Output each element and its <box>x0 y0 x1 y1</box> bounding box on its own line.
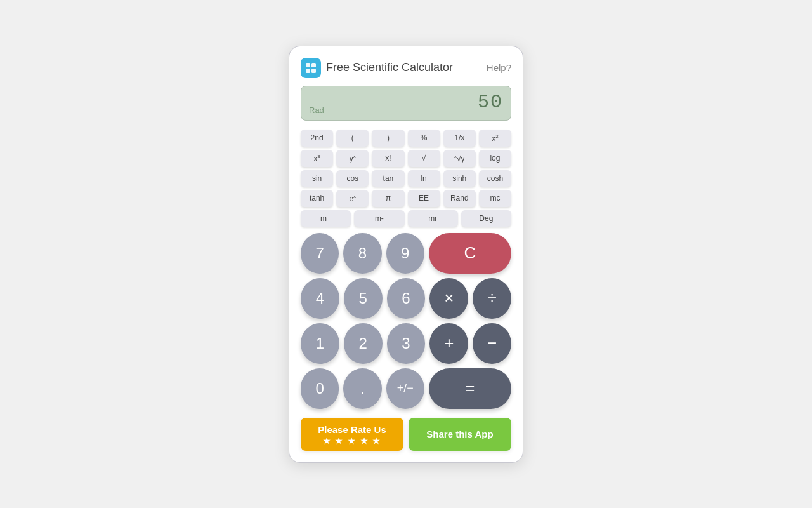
btn-9[interactable]: 9 <box>386 233 424 274</box>
btn-6[interactable]: 6 <box>387 278 426 319</box>
btn-m-minus[interactable]: m- <box>354 210 404 227</box>
btn-ee[interactable]: EE <box>408 190 440 207</box>
help-link[interactable]: Help? <box>487 62 511 73</box>
sci-row-1: 2nd ( ) % 1/x x2 <box>301 130 511 147</box>
btn-y-power-x[interactable]: yx <box>336 150 369 167</box>
btn-sinh[interactable]: sinh <box>443 170 476 187</box>
btn-log[interactable]: log <box>479 150 511 167</box>
display-mode: Rad <box>309 105 324 115</box>
num-row-bottom: 0 . +/− = <box>301 368 511 409</box>
svg-rect-3 <box>311 69 316 73</box>
display: 50 Rad <box>301 86 511 121</box>
sci-row-2: x3 yx x! √ x√y log <box>301 150 511 167</box>
btn-4[interactable]: 4 <box>301 278 339 319</box>
btn-subtract[interactable]: − <box>473 323 511 364</box>
footer: Please Rate Us ★ ★ ★ ★ ★ Share this App <box>301 418 511 451</box>
btn-x-cubed[interactable]: x3 <box>301 150 333 167</box>
sci-row-5: m+ m- mr Deg <box>301 210 511 227</box>
num-row-789: 7 8 9 C <box>301 233 511 274</box>
calculator: Free Scientific Calculator Help? 50 Rad … <box>289 46 523 463</box>
btn-mc[interactable]: mc <box>479 190 511 207</box>
btn-close-paren[interactable]: ) <box>372 130 404 147</box>
header: Free Scientific Calculator Help? <box>301 58 511 78</box>
btn-e-power-x[interactable]: ex <box>336 190 369 207</box>
app-title: Free Scientific Calculator <box>326 61 453 74</box>
btn-2nd[interactable]: 2nd <box>301 130 333 147</box>
btn-cos[interactable]: cos <box>336 170 369 187</box>
btn-sin[interactable]: sin <box>301 170 333 187</box>
display-value: 50 <box>309 91 503 113</box>
btn-percent[interactable]: % <box>408 130 440 147</box>
rate-stars: ★ ★ ★ ★ ★ <box>323 436 381 446</box>
svg-rect-2 <box>306 69 310 73</box>
btn-5[interactable]: 5 <box>344 278 383 319</box>
btn-multiply[interactable]: × <box>429 278 468 319</box>
btn-2[interactable]: 2 <box>344 323 383 364</box>
btn-1[interactable]: 1 <box>301 323 339 364</box>
btn-add[interactable]: + <box>429 323 468 364</box>
btn-deg[interactable]: Deg <box>461 210 511 227</box>
btn-0[interactable]: 0 <box>301 368 339 409</box>
sci-buttons: 2nd ( ) % 1/x x2 x3 yx x! √ x√y log sin … <box>301 130 511 227</box>
rate-label: Please Rate Us <box>318 424 386 435</box>
btn-plusminus[interactable]: +/− <box>386 368 424 409</box>
app-icon <box>301 58 321 78</box>
btn-ln[interactable]: ln <box>408 170 440 187</box>
btn-xth-root-y[interactable]: x√y <box>443 150 476 167</box>
sci-row-3: sin cos tan ln sinh cosh <box>301 170 511 187</box>
btn-7[interactable]: 7 <box>301 233 339 274</box>
btn-pi[interactable]: π <box>372 190 404 207</box>
rate-button[interactable]: Please Rate Us ★ ★ ★ ★ ★ <box>301 418 403 451</box>
btn-cosh[interactable]: cosh <box>479 170 511 187</box>
btn-3[interactable]: 3 <box>387 323 426 364</box>
btn-open-paren[interactable]: ( <box>336 130 369 147</box>
btn-clear[interactable]: C <box>429 233 511 274</box>
btn-m-plus[interactable]: m+ <box>301 210 351 227</box>
btn-x-squared[interactable]: x2 <box>479 130 511 147</box>
svg-rect-0 <box>306 63 310 67</box>
num-row-123: 1 2 3 + − <box>301 323 511 364</box>
btn-tan[interactable]: tan <box>372 170 404 187</box>
btn-reciprocal[interactable]: 1/x <box>443 130 476 147</box>
num-grid: 7 8 9 C 4 5 6 × ÷ 1 2 3 + − 0 . +/− = <box>301 233 511 409</box>
share-button[interactable]: Share this App <box>409 418 511 451</box>
num-row-456: 4 5 6 × ÷ <box>301 278 511 319</box>
btn-mr[interactable]: mr <box>408 210 458 227</box>
btn-divide[interactable]: ÷ <box>473 278 511 319</box>
btn-factorial[interactable]: x! <box>372 150 404 167</box>
btn-equals[interactable]: = <box>429 368 511 409</box>
btn-dot[interactable]: . <box>343 368 381 409</box>
btn-sqrt[interactable]: √ <box>408 150 440 167</box>
btn-8[interactable]: 8 <box>343 233 381 274</box>
svg-rect-1 <box>311 63 316 67</box>
sci-row-4: tanh ex π EE Rand mc <box>301 190 511 207</box>
btn-tanh[interactable]: tanh <box>301 190 333 207</box>
btn-rand[interactable]: Rand <box>443 190 476 207</box>
